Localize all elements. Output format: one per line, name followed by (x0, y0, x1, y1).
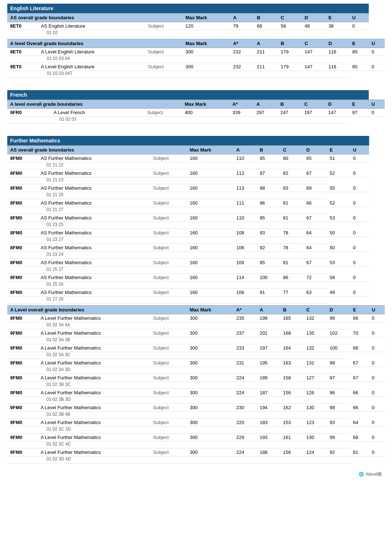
row-c: 124 (303, 448, 327, 456)
row-c: 77 (280, 289, 303, 297)
table-row: 9FM0A Level Further MathematicsSubject30… (7, 389, 385, 397)
component-codes: 01 02 3A 3B (38, 337, 350, 344)
row-c: 82 (280, 169, 303, 177)
row-maxmark: 300 (187, 434, 233, 442)
subsection-header-alevel-overall-2: A Level overall grade boundariesMax Mark… (7, 306, 385, 314)
row-name: A Level Further Mathematics (38, 344, 150, 352)
row-d: 92 (327, 448, 350, 456)
row-astar: 229 (233, 434, 257, 442)
row-b: 164 (280, 344, 303, 352)
row-name: AS English Literature (38, 22, 145, 30)
row-c: 86 (280, 274, 303, 282)
table-row: 8FM0AS Further MathematicsSubject1601069… (7, 244, 385, 252)
row-c: 127 (303, 374, 327, 382)
row-maxmark: 120 (183, 22, 230, 30)
row-code: 9FM0 (7, 314, 38, 322)
row-b: 100 (257, 274, 280, 282)
row-code: 9FM0 (7, 434, 38, 442)
row-c: 81 (280, 214, 303, 222)
row-b: 92 (257, 244, 280, 252)
row-c: 132 (303, 344, 327, 352)
row-c: 80 (280, 154, 303, 162)
row-type: Subject (150, 199, 187, 207)
row-c: 130 (303, 404, 327, 412)
section-table-french: FrenchA level overall grade boundariesMa… (7, 90, 385, 124)
row-type: Subject (150, 214, 187, 222)
row-maxmark: 300 (187, 344, 233, 352)
row-name: AS Further Mathematics (38, 214, 150, 222)
row-type: Subject (150, 169, 187, 177)
row-type: Subject (150, 344, 187, 352)
row-d: 64 (303, 229, 327, 237)
row-a: 297 (254, 109, 278, 117)
row-u: 0 (369, 314, 385, 322)
row-d: 100 (327, 344, 350, 352)
row-d: 67 (303, 214, 327, 222)
row-u: 0 (350, 289, 369, 297)
row-a: 111 (233, 199, 257, 207)
row-e: 66 (350, 314, 369, 322)
row-type: Subject (150, 184, 187, 192)
row-maxmark: 300 (187, 374, 233, 382)
row-u: 0 (350, 229, 369, 237)
subsection-header-as-overall-0: AS overall grade boundariesMax MarkABCDE… (7, 13, 385, 22)
row-name: A Level Further Mathematics (38, 359, 150, 367)
row-c: 83 (280, 184, 303, 192)
page-container: English LiteratureAS overall grade bound… (0, 0, 392, 490)
table-row: 8FM0AS Further MathematicsSubject1601139… (7, 184, 385, 192)
row-type: Subject (150, 434, 187, 442)
row-e: 68 (350, 344, 369, 352)
row-astar: 224 (233, 389, 257, 397)
row-a: 113 (233, 184, 257, 192)
row-b: 95 (257, 154, 280, 162)
row-u: 0 (369, 404, 385, 412)
row-c: 131 (303, 359, 327, 367)
row-type: Subject (145, 22, 183, 30)
row-d: 72 (303, 274, 327, 282)
row-e: 52 (327, 169, 350, 177)
row-a: 194 (257, 404, 280, 412)
component-row: 01 02 3B 4B (7, 412, 385, 419)
row-d: 93 (327, 419, 350, 427)
row-name: AS Further Mathematics (38, 259, 150, 267)
row-d: 67 (303, 259, 327, 267)
component-row: 01 27 28 (7, 297, 385, 303)
row-b: 156 (280, 448, 303, 456)
section-title-french: French (7, 90, 369, 100)
table-row: 8FM0AS Further MathematicsSubject1601099… (7, 259, 385, 267)
row-code: 8FM0 (7, 154, 38, 162)
row-a: 211 (254, 63, 278, 71)
table-row: 8FM0AS Further MathematicsSubject1601129… (7, 169, 385, 177)
logo-text: Alevel菌 (366, 472, 382, 477)
row-a: 114 (233, 274, 257, 282)
component-row: 01 23 27 (7, 237, 385, 244)
section-table-further-mathematics: Further MathematicsAS overall grade boun… (7, 136, 385, 463)
row-a: 112 (233, 169, 257, 177)
row-name: AS Further Mathematics (38, 199, 150, 207)
row-code: 9FM0 (7, 448, 38, 456)
row-a: 189 (257, 374, 280, 382)
component-row: 01 23 25 (7, 222, 385, 229)
component-row: 01 02 3A 4A (7, 322, 385, 329)
component-row: 01 02 3B 3C (7, 382, 385, 389)
row-d: 99 (327, 314, 350, 322)
row-b: 96 (257, 199, 280, 207)
row-u: 0 (369, 389, 385, 397)
row-b: 156 (280, 389, 303, 397)
row-a: 106 (233, 289, 257, 297)
component-row: 01 02 3A 3D (7, 367, 385, 374)
row-code: 9FM0 (7, 419, 38, 427)
row-b: 163 (280, 359, 303, 367)
row-d: 99 (327, 434, 350, 442)
component-codes: 01 02 03 04 (38, 56, 350, 63)
component-row: 01 23 24 (7, 252, 385, 259)
row-u: 0 (350, 154, 369, 162)
row-e: 85 (350, 63, 369, 71)
section-table-english-literature: English LiteratureAS overall grade bound… (7, 4, 385, 78)
row-b: 179 (278, 63, 302, 71)
row-code: 8FM0 (7, 214, 38, 222)
table-row: 9FM0A Level Further MathematicsSubject30… (7, 404, 385, 412)
component-codes: 01 21 23 (38, 177, 327, 184)
section-title-english-literature: English Literature (7, 4, 369, 13)
row-name: A Level Further Mathematics (38, 404, 150, 412)
